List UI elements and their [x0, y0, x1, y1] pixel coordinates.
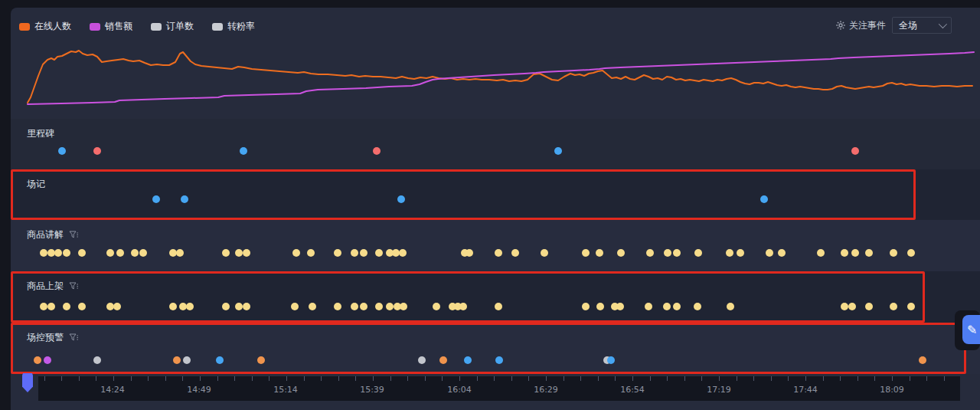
- event-dot[interactable]: [511, 249, 519, 257]
- event-dot[interactable]: [78, 249, 86, 257]
- event-dot[interactable]: [664, 249, 671, 257]
- event-dot[interactable]: [243, 303, 250, 310]
- event-dot[interactable]: [596, 303, 604, 310]
- event-dot[interactable]: [890, 303, 897, 310]
- event-dot[interactable]: [183, 356, 191, 364]
- event-dot[interactable]: [54, 249, 62, 257]
- event-dot[interactable]: [44, 356, 51, 364]
- event-dot[interactable]: [907, 303, 915, 310]
- event-dot[interactable]: [47, 303, 55, 310]
- event-dot[interactable]: [848, 303, 856, 310]
- event-dot[interactable]: [386, 303, 394, 310]
- event-dot[interactable]: [645, 303, 652, 310]
- event-dot[interactable]: [663, 303, 671, 310]
- event-dot[interactable]: [694, 303, 701, 310]
- edit-button[interactable]: ✎: [962, 315, 980, 344]
- event-dot[interactable]: [373, 147, 381, 155]
- event-dot[interactable]: [495, 356, 503, 364]
- event-dot[interactable]: [216, 356, 224, 364]
- event-dot[interactable]: [351, 303, 358, 310]
- event-dot[interactable]: [907, 249, 915, 257]
- event-dot[interactable]: [116, 249, 124, 257]
- event-dot[interactable]: [766, 249, 773, 257]
- event-dot[interactable]: [93, 147, 101, 155]
- event-dot[interactable]: [235, 249, 243, 257]
- event-dot[interactable]: [554, 147, 562, 155]
- event-dot[interactable]: [841, 249, 848, 257]
- event-dot[interactable]: [63, 249, 70, 257]
- event-dot[interactable]: [726, 249, 733, 257]
- legend-item-online-users[interactable]: 在线人数: [19, 20, 71, 33]
- event-dot[interactable]: [694, 249, 702, 257]
- event-dot[interactable]: [727, 303, 734, 310]
- event-dot[interactable]: [737, 249, 744, 257]
- event-dot[interactable]: [582, 303, 590, 310]
- event-dot[interactable]: [817, 249, 825, 257]
- event-dot[interactable]: [309, 303, 316, 310]
- event-dot[interactable]: [616, 303, 624, 310]
- event-dot[interactable]: [673, 303, 681, 310]
- event-dot[interactable]: [851, 147, 859, 155]
- event-dot[interactable]: [351, 249, 358, 257]
- event-dot[interactable]: [433, 303, 440, 310]
- event-dot[interactable]: [495, 249, 502, 257]
- event-dot[interactable]: [139, 249, 147, 257]
- event-dot[interactable]: [106, 249, 114, 257]
- event-dot[interactable]: [186, 303, 194, 310]
- event-dot[interactable]: [169, 303, 177, 310]
- event-dot[interactable]: [360, 249, 368, 257]
- event-dot[interactable]: [582, 249, 590, 257]
- event-dot[interactable]: [243, 249, 250, 257]
- event-dot[interactable]: [334, 303, 341, 310]
- event-dot[interactable]: [93, 356, 101, 364]
- event-dot[interactable]: [235, 303, 243, 310]
- event-dot[interactable]: [464, 356, 472, 364]
- follow-events-setting[interactable]: 关注事件: [836, 19, 886, 32]
- event-dot[interactable]: [63, 303, 70, 310]
- event-dot[interactable]: [495, 303, 502, 310]
- event-dot[interactable]: [222, 303, 230, 310]
- event-dot[interactable]: [541, 249, 548, 257]
- scope-select[interactable]: 全场: [892, 17, 952, 34]
- event-dot[interactable]: [113, 303, 121, 310]
- event-dot[interactable]: [152, 195, 160, 203]
- event-dot[interactable]: [596, 249, 603, 257]
- event-dot[interactable]: [400, 303, 407, 310]
- event-dot[interactable]: [131, 249, 139, 257]
- event-dot[interactable]: [439, 356, 447, 364]
- event-dot[interactable]: [78, 303, 86, 310]
- event-dot[interactable]: [890, 249, 897, 257]
- event-dot[interactable]: [181, 195, 188, 203]
- event-dot[interactable]: [173, 356, 181, 364]
- event-dot[interactable]: [459, 303, 467, 310]
- event-dot[interactable]: [307, 249, 315, 257]
- event-dot[interactable]: [257, 356, 265, 364]
- event-dot[interactable]: [291, 303, 299, 310]
- event-dot[interactable]: [334, 249, 341, 257]
- event-dot[interactable]: [176, 249, 184, 257]
- event-dot[interactable]: [40, 303, 47, 310]
- event-dot[interactable]: [760, 195, 768, 203]
- event-dot[interactable]: [673, 249, 681, 257]
- event-dot[interactable]: [919, 356, 926, 364]
- event-dot[interactable]: [34, 356, 41, 364]
- event-dot[interactable]: [851, 249, 859, 257]
- event-dot[interactable]: [58, 147, 66, 155]
- event-dot[interactable]: [418, 356, 426, 364]
- event-dot[interactable]: [778, 249, 786, 257]
- event-dot[interactable]: [617, 249, 625, 257]
- event-dot[interactable]: [466, 249, 473, 257]
- event-dot[interactable]: [222, 249, 230, 257]
- event-dot[interactable]: [40, 249, 47, 257]
- event-dot[interactable]: [865, 249, 873, 257]
- event-dot[interactable]: [646, 249, 654, 257]
- event-dot[interactable]: [360, 303, 368, 310]
- event-dot[interactable]: [375, 303, 383, 310]
- event-dot[interactable]: [375, 249, 383, 257]
- event-dot[interactable]: [240, 147, 247, 155]
- event-dot[interactable]: [865, 303, 873, 310]
- event-dot[interactable]: [841, 303, 848, 310]
- timeline-axis[interactable]: 14:2414:4915:1415:3916:0416:2916:5417:19…: [38, 376, 960, 401]
- legend-item-fan-rate[interactable]: 转粉率: [212, 20, 255, 33]
- event-dot[interactable]: [607, 356, 615, 364]
